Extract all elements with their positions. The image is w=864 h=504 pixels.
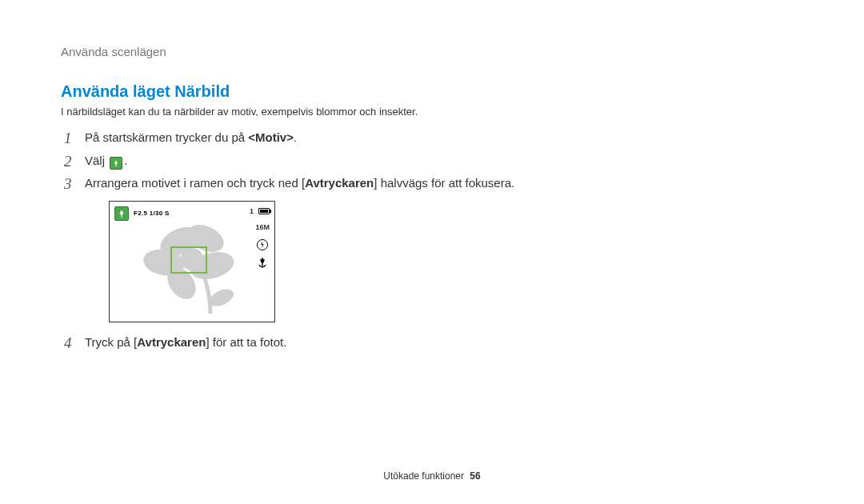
camera-preview-illustration: F2.5 1/30 S 1 16M: [109, 201, 275, 322]
step-list: 1 På startskärmen trycker du på <Motiv>.…: [61, 129, 803, 351]
scene-button-label: <Motiv>: [248, 130, 294, 144]
step-text: Tryck på [: [85, 335, 137, 349]
page-number: 56: [470, 470, 480, 482]
step-3: 3 Arrangera motivet i ramen och tryck ne…: [61, 174, 803, 322]
page-footer: Utökade funktioner 56: [0, 470, 864, 482]
step-text: På startskärmen trycker du på: [85, 130, 248, 144]
closeup-mode-icon: [114, 206, 129, 221]
shutter-label: Avtryckaren: [137, 335, 206, 349]
step-text: Arrangera motivet i ramen och tryck ned …: [85, 176, 305, 190]
step-number: 2: [64, 150, 72, 174]
resolution-badge: 16M: [255, 222, 270, 234]
step-number: 3: [64, 173, 72, 196]
step-2: 2 Välj .: [61, 152, 803, 170]
step-text: Välj: [85, 154, 108, 167]
flash-off-icon: [257, 239, 268, 250]
step-number: 1: [64, 127, 72, 150]
step-1: 1 På startskärmen trycker du på <Motiv>.: [61, 129, 803, 147]
step-4: 4 Tryck på [Avtryckaren] för att ta foto…: [61, 334, 803, 352]
battery-icon: [258, 208, 270, 214]
exposure-readout: F2.5 1/30 S: [134, 209, 170, 218]
shutter-label: Avtryckaren: [305, 176, 374, 190]
svg-rect-0: [116, 163, 117, 166]
closeup-mode-icon: [110, 157, 122, 170]
macro-icon: [258, 257, 267, 268]
section-intro: I närbildsläget kan du ta närbilder av m…: [61, 106, 803, 118]
shot-count: 1: [250, 206, 254, 218]
footer-section: Utökade funktioner: [383, 470, 464, 482]
svg-rect-9: [262, 262, 263, 267]
breadcrumb: Använda scenlägen: [61, 45, 803, 58]
step-number: 4: [64, 332, 72, 355]
section-title: Använda läget Närbild: [61, 82, 803, 101]
svg-rect-8: [121, 214, 122, 218]
focus-rectangle: [170, 246, 207, 274]
